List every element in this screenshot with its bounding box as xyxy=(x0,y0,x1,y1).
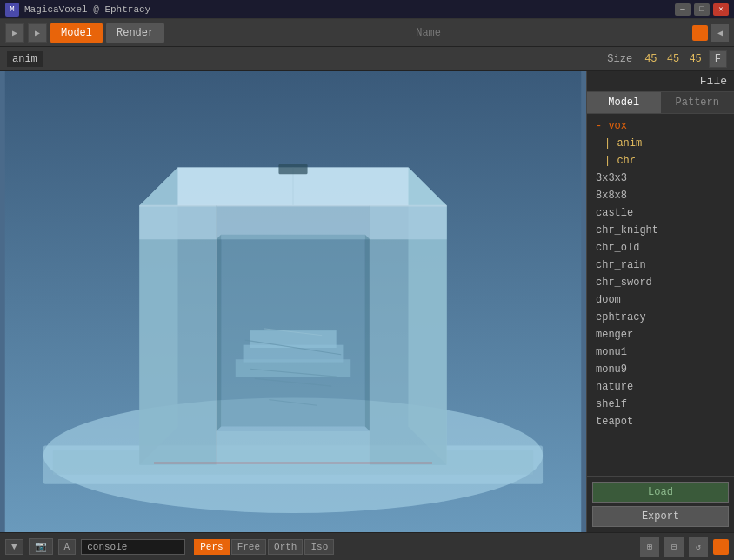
grid2-icon-button[interactable]: ⊟ xyxy=(664,537,684,557)
main-area: File Model Pattern - vox | anim | chr 3x… xyxy=(0,71,734,532)
grid-icon-button[interactable]: ⊞ xyxy=(640,537,659,557)
right-panel: File Model Pattern - vox | anim | chr 3x… xyxy=(586,71,734,532)
dropdown-button[interactable]: ▼ xyxy=(5,539,23,555)
close-button[interactable]: ✕ xyxy=(713,3,729,16)
file-item-castle[interactable]: castle xyxy=(587,204,734,222)
titlebar: M MagicaVoxel @ Ephtracy ─ □ ✕ xyxy=(0,0,734,19)
maximize-button[interactable]: □ xyxy=(694,3,710,16)
titlebar-left: M MagicaVoxel @ Ephtracy xyxy=(5,3,150,17)
orth-button[interactable]: Orth xyxy=(268,539,303,555)
file-item-monu9[interactable]: monu9 xyxy=(587,361,734,378)
svg-marker-9 xyxy=(139,206,446,240)
pers-button[interactable]: Pers xyxy=(194,539,229,555)
collapse-button[interactable]: ◀ xyxy=(711,24,729,42)
size-label: Size xyxy=(607,53,632,65)
second-toolbar: anim Size 45 45 45 F xyxy=(0,47,734,71)
size-values: 45 45 45 xyxy=(644,53,702,65)
camera-button[interactable]: 📷 xyxy=(29,538,53,555)
file-item-chr-sword[interactable]: chr_sword xyxy=(587,274,734,291)
file-item-teapot[interactable]: teapot xyxy=(587,413,734,430)
file-list[interactable]: - vox | anim | chr 3x3x3 8x8x8 castle ch… xyxy=(587,114,734,476)
anim-label: anim xyxy=(7,51,43,67)
titlebar-title: MagicaVoxel @ Ephtracy xyxy=(24,4,150,15)
free-button[interactable]: Free xyxy=(231,539,266,555)
camera-icon: 📷 xyxy=(35,542,47,552)
orange-indicator xyxy=(713,539,729,555)
svg-marker-12 xyxy=(217,235,222,431)
play2-button[interactable]: ▶ xyxy=(28,23,47,43)
anim-file-item[interactable]: | anim xyxy=(587,135,734,152)
svg-marker-7 xyxy=(139,206,216,465)
file-item-3x3x3[interactable]: 3x3x3 xyxy=(587,170,734,187)
iso-button[interactable]: Iso xyxy=(304,539,334,555)
size-y[interactable]: 45 xyxy=(667,53,679,65)
color-indicator xyxy=(692,25,708,41)
svg-marker-14 xyxy=(217,431,370,465)
view-mode-buttons: Pers Free Orth Iso xyxy=(194,539,334,555)
play-button[interactable]: ▶ xyxy=(5,23,24,43)
file-label: File xyxy=(700,75,727,88)
export-button[interactable]: Export xyxy=(592,506,729,527)
file-item-shelf[interactable]: shelf xyxy=(587,396,734,413)
vox-section-header: - vox xyxy=(587,117,734,135)
model-tab[interactable]: Model xyxy=(50,23,103,43)
file-header: File xyxy=(587,71,734,92)
titlebar-controls: ─ □ ✕ xyxy=(675,3,729,16)
svg-rect-22 xyxy=(278,164,307,174)
name-field[interactable]: Name xyxy=(168,27,689,39)
file-item-8x8x8[interactable]: 8x8x8 xyxy=(587,187,734,204)
size-z[interactable]: 45 xyxy=(689,53,701,65)
file-item-doom[interactable]: doom xyxy=(587,291,734,309)
app-icon: M xyxy=(5,3,19,17)
svg-marker-8 xyxy=(370,206,446,465)
minimize-button[interactable]: ─ xyxy=(675,3,691,16)
file-item-chr-knight[interactable]: chr_knight xyxy=(587,222,734,239)
file-item-nature[interactable]: nature xyxy=(587,378,734,396)
render-tab[interactable]: Render xyxy=(106,23,164,43)
file-item-chr-rain[interactable]: chr_rain xyxy=(587,257,734,274)
pattern-panel-tab[interactable]: Pattern xyxy=(661,92,735,113)
console-input[interactable] xyxy=(81,539,185,555)
svg-rect-17 xyxy=(250,330,336,348)
bottom-toolbar: ▼ 📷 A Pers Free Orth Iso ⊞ ⊟ ↺ xyxy=(0,532,734,560)
chr-file-item[interactable]: | chr xyxy=(587,152,734,170)
panel-tabs: Model Pattern xyxy=(587,92,734,114)
a-button[interactable]: A xyxy=(58,539,77,555)
file-item-ephtracy[interactable]: ephtracy xyxy=(587,309,734,326)
rotate-icon-button[interactable]: ↺ xyxy=(689,537,708,557)
file-item-menger[interactable]: menger xyxy=(587,326,734,343)
file-item-monu1[interactable]: monu1 xyxy=(587,343,734,361)
file-item-chr-old[interactable]: chr_old xyxy=(587,239,734,257)
viewport[interactable] xyxy=(0,71,586,532)
model-panel-tab[interactable]: Model xyxy=(587,92,661,113)
load-button[interactable]: Load xyxy=(592,482,729,503)
voxel-scene xyxy=(0,71,586,532)
svg-marker-13 xyxy=(365,235,370,431)
size-x[interactable]: 45 xyxy=(644,53,657,65)
top-toolbar: ▶ ▶ Model Render Name ◀ xyxy=(0,19,734,47)
f-button[interactable]: F xyxy=(709,50,727,68)
panel-buttons: Load Export xyxy=(587,476,734,532)
